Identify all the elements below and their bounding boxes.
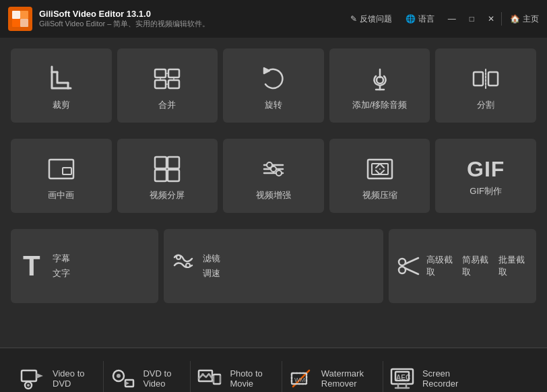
tool-gif[interactable]: GIF GIF制作 xyxy=(435,139,536,213)
svg-point-32 xyxy=(276,170,282,176)
audio-label: 添加/移除音频 xyxy=(352,99,408,111)
tool-audio[interactable]: 添加/移除音频 xyxy=(329,48,430,123)
batch-clip-label: 批量截取 xyxy=(498,254,529,278)
scissors-icon xyxy=(395,253,422,280)
bottom-dvd-video[interactable]: DVD to Video xyxy=(104,361,191,393)
dvd-video-text: DVD to Video xyxy=(143,368,171,389)
tool-rotate[interactable]: 旋转 xyxy=(223,48,324,123)
svg-point-38 xyxy=(186,263,190,267)
bottom-bar: Video to DVD DVD to Video xyxy=(0,348,547,392)
caption-label: 字幕 xyxy=(53,253,70,265)
home-btn[interactable]: 🏠 主页 xyxy=(502,11,547,28)
scissors-labels: 高级截取 简易截取 批量截取 xyxy=(426,254,529,278)
gif-label: GIF制作 xyxy=(470,185,502,197)
svg-rect-18 xyxy=(474,72,483,86)
screen-recorder-line2: Recorder xyxy=(422,379,458,389)
tool-merge[interactable]: 合并 xyxy=(117,48,218,123)
svg-rect-24 xyxy=(168,157,179,168)
svg-rect-25 xyxy=(155,170,166,181)
window-controls: ✎ 反馈问题 🌐 语言 — □ ✕ 🏠 主页 xyxy=(344,0,547,38)
title-text: GiliSoft Video Editor 13.1.0 GiliSoft Vi… xyxy=(39,9,210,29)
pip-label: 画中画 xyxy=(48,189,74,201)
tool-split[interactable]: 分割 xyxy=(435,48,536,123)
compress-icon xyxy=(365,154,395,184)
svg-rect-9 xyxy=(168,80,179,88)
tools-row2: 画中画 视频分屏 xyxy=(11,139,536,224)
svg-rect-6 xyxy=(155,69,166,77)
enhance-label: 视频增强 xyxy=(256,189,291,201)
maximize-btn[interactable]: □ xyxy=(463,0,481,38)
filter-icon xyxy=(170,251,196,282)
tool-filter[interactable]: 滤镜 调速 xyxy=(164,229,383,303)
app-logo xyxy=(8,7,32,31)
svg-point-33 xyxy=(271,166,276,172)
svg-rect-53 xyxy=(214,374,220,384)
watermark-line2: Remover xyxy=(321,379,364,389)
title-bar: GiliSoft Video Editor 13.1.0 GiliSoft Vi… xyxy=(0,0,547,38)
video-dvd-icon xyxy=(20,366,44,391)
svg-rect-1 xyxy=(20,11,28,19)
bottom-watermark[interactable]: WM Watermark Remover xyxy=(282,361,383,393)
photo-movie-line1: Photo to xyxy=(230,368,262,379)
tool-enhance[interactable]: 视频增强 xyxy=(223,139,324,213)
close-btn[interactable]: ✕ xyxy=(481,0,501,38)
pip-icon xyxy=(46,154,76,184)
svg-marker-14 xyxy=(264,68,269,73)
photo-movie-icon xyxy=(197,366,222,391)
tool-pip[interactable]: 画中画 xyxy=(11,139,112,213)
svg-rect-26 xyxy=(168,170,179,181)
split-label: 分割 xyxy=(477,99,494,111)
screen-recorder-line1: Screen xyxy=(422,368,458,379)
minimize-btn[interactable]: — xyxy=(441,0,463,38)
tool-scissors[interactable]: 高级截取 简易截取 批量截取 xyxy=(389,229,536,303)
text-labels: 字幕 文字 xyxy=(53,253,70,280)
svg-rect-7 xyxy=(168,69,179,77)
bottom-photo-movie[interactable]: Photo to Movie xyxy=(191,361,282,393)
watermark-text: Watermark Remover xyxy=(321,368,364,389)
rotate-icon xyxy=(259,64,288,94)
splitscreen-icon xyxy=(152,154,182,184)
merge-label: 合并 xyxy=(158,99,176,111)
svg-line-42 xyxy=(405,268,418,274)
tool-crop[interactable]: 裁剪 xyxy=(11,48,112,123)
tool-text[interactable]: T 字幕 文字 xyxy=(11,229,158,303)
video-dvd-line2: DVD xyxy=(53,379,84,389)
bottom-video-dvd[interactable]: Video to DVD xyxy=(13,361,104,393)
svg-marker-44 xyxy=(36,373,43,379)
svg-text:WM: WM xyxy=(294,377,305,383)
photo-movie-text: Photo to Movie xyxy=(230,368,262,389)
feedback-btn[interactable]: ✎ 反馈问题 xyxy=(344,0,399,38)
svg-point-37 xyxy=(176,255,181,259)
video-dvd-line1: Video to xyxy=(53,368,84,379)
crop-label: 裁剪 xyxy=(53,99,70,111)
split-icon xyxy=(471,64,501,94)
advanced-clip-label: 高级截取 xyxy=(426,254,457,278)
svg-rect-8 xyxy=(155,80,166,88)
gif-icon: GIF xyxy=(467,158,505,180)
tool-splitscreen[interactable]: 视频分屏 xyxy=(117,139,218,213)
svg-rect-2 xyxy=(12,19,20,27)
video-dvd-text: Video to DVD xyxy=(53,368,84,389)
filter-label: 滤镜 xyxy=(203,253,220,265)
feedback-icon: ✎ xyxy=(350,14,357,24)
svg-rect-23 xyxy=(155,157,166,168)
speed-label: 调速 xyxy=(203,267,220,280)
svg-rect-22 xyxy=(63,168,71,174)
simple-clip-label: 简易截取 xyxy=(462,254,493,278)
language-btn[interactable]: 🌐 语言 xyxy=(399,0,441,38)
audio-icon xyxy=(365,64,395,94)
compress-label: 视频压缩 xyxy=(362,189,397,201)
watermark-line1: Watermark xyxy=(321,368,364,379)
photo-movie-line2: Movie xyxy=(230,379,262,389)
crop-icon xyxy=(46,64,76,94)
home-icon: 🏠 xyxy=(510,14,520,24)
rotate-label: 旋转 xyxy=(265,99,282,111)
text-label: 文字 xyxy=(53,267,70,280)
screen-recorder-text: Screen Recorder xyxy=(422,368,458,389)
feedback-label: 反馈问题 xyxy=(360,13,392,25)
watermark-icon: WM xyxy=(289,366,313,391)
home-label: 主页 xyxy=(523,13,539,25)
tool-compress[interactable]: 视频压缩 xyxy=(329,139,430,213)
merge-icon xyxy=(152,64,182,94)
bottom-screen-recorder[interactable]: AEC Screen Recorder xyxy=(383,361,477,393)
